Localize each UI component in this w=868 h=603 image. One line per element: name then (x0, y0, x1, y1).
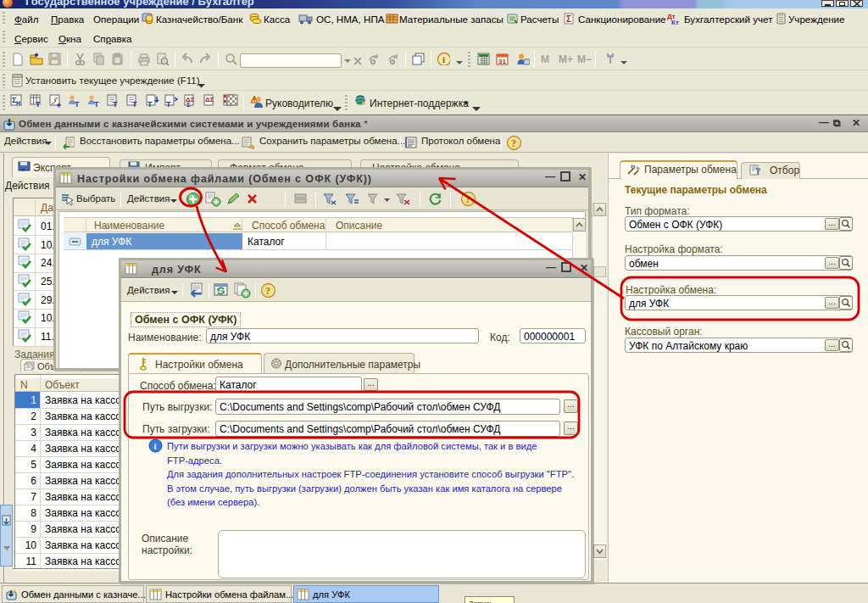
svg-text:T: T (113, 100, 118, 108)
svg-text:ΔΣ: ΔΣ (205, 96, 214, 103)
svg-text:T: T (166, 100, 171, 108)
svg-text:i: i (154, 441, 157, 451)
svg-text:T: T (36, 100, 41, 108)
svg-text:T: T (94, 100, 99, 108)
svg-text:Н: Н (16, 100, 20, 106)
svg-text:?: ? (465, 193, 470, 205)
svg-text:i: i (442, 54, 445, 64)
svg-text:31: 31 (498, 58, 506, 65)
svg-text:?: ? (265, 285, 270, 297)
svg-text:T: T (75, 100, 80, 108)
svg-text:Σ: Σ (186, 101, 191, 108)
svg-text:T: T (132, 100, 137, 108)
svg-text:Σ: Σ (566, 14, 571, 24)
svg-text:Кт: Кт (671, 19, 679, 25)
svg-text:T: T (147, 100, 153, 108)
svg-text:?: ? (511, 137, 516, 149)
